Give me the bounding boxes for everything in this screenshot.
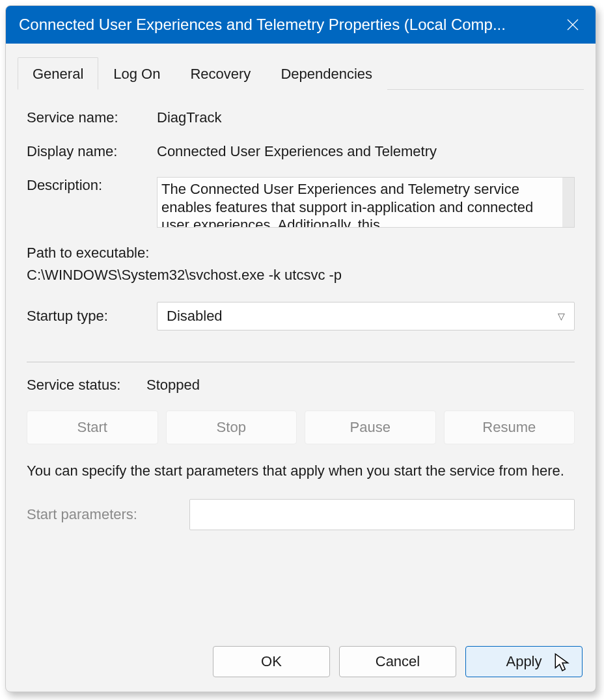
resume-button: Resume [444, 411, 575, 444]
startup-type-label: Startup type: [27, 308, 157, 325]
startup-type-select[interactable]: Disabled ▽ [157, 302, 575, 330]
dialog-content: General Log On Recovery Dependencies Ser… [6, 44, 596, 636]
display-name-value: Connected User Experiences and Telemetry [157, 143, 575, 160]
titlebar: Connected User Experiences and Telemetry… [6, 6, 596, 44]
description-text: The Connected User Experiences and Telem… [161, 180, 570, 228]
pause-button: Pause [305, 411, 436, 444]
service-name-value: DiagTrack [157, 109, 575, 126]
start-button: Start [27, 411, 158, 444]
description-scrollbar[interactable] [562, 178, 574, 227]
path-value: C:\WINDOWS\System32\svchost.exe -k utcsv… [27, 267, 575, 284]
service-status-label: Service status: [27, 377, 146, 394]
description-box[interactable]: The Connected User Experiences and Telem… [157, 177, 575, 228]
start-parameters-hint: You can specify the start parameters tha… [27, 461, 575, 481]
close-button[interactable] [550, 6, 596, 44]
dialog-footer: OK Cancel Apply [6, 636, 596, 692]
tab-general[interactable]: General [18, 57, 98, 90]
path-label: Path to executable: [27, 245, 575, 262]
tab-body-general: Service name: DiagTrack Display name: Co… [18, 90, 584, 629]
start-parameters-input [189, 499, 575, 530]
startup-type-value: Disabled [167, 308, 223, 325]
window-title: Connected User Experiences and Telemetry… [19, 16, 550, 34]
chevron-down-icon: ▽ [558, 311, 565, 321]
tab-log-on[interactable]: Log On [98, 57, 175, 90]
service-name-label: Service name: [27, 109, 157, 126]
start-parameters-label: Start parameters: [27, 506, 189, 523]
tab-dependencies[interactable]: Dependencies [266, 57, 387, 90]
tab-strip: General Log On Recovery Dependencies [18, 57, 584, 90]
tab-recovery[interactable]: Recovery [175, 57, 266, 90]
stop-button: Stop [166, 411, 297, 444]
display-name-label: Display name: [27, 143, 157, 160]
service-properties-dialog: Connected User Experiences and Telemetry… [5, 5, 596, 692]
apply-button[interactable]: Apply [465, 646, 583, 677]
description-label: Description: [27, 177, 157, 194]
ok-button[interactable]: OK [213, 646, 330, 677]
close-icon [566, 18, 579, 31]
service-status-value: Stopped [146, 377, 575, 394]
divider [27, 362, 575, 362]
cancel-button[interactable]: Cancel [339, 646, 456, 677]
